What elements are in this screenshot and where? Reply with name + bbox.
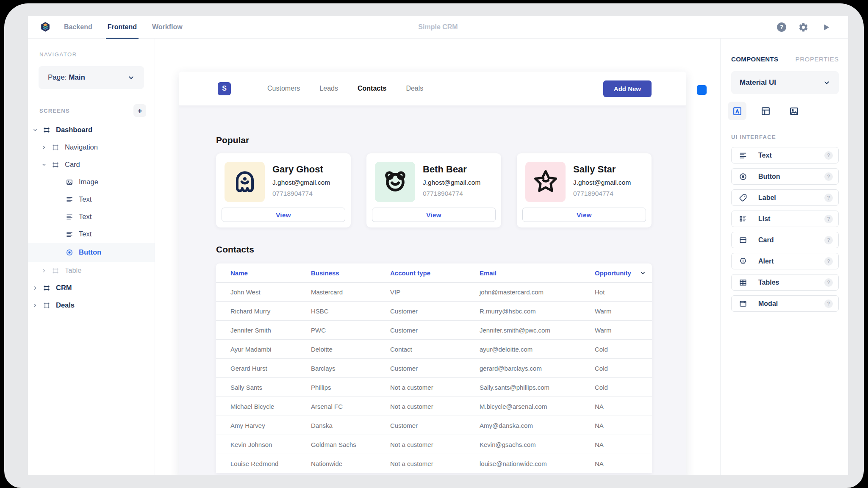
tables-icon — [739, 278, 747, 287]
help-circle-icon[interactable]: ? — [824, 172, 833, 181]
contact-email: J.ghost@gmail.com — [272, 179, 330, 186]
table-body: John WestMastercardVIPjohn@mastercard.co… — [216, 283, 652, 473]
tree-item-card[interactable]: Card — [28, 156, 155, 173]
tree-item-label: Text — [79, 213, 92, 221]
app-window: BackendFrontendWorkflow Simple CRM ? NAV… — [28, 16, 848, 475]
tree-item-label: Text — [79, 195, 92, 203]
tree-item-crm[interactable]: CRM — [28, 279, 155, 297]
cell-name: Richard Murry — [230, 308, 311, 315]
table-row[interactable]: Sally SantsPhillipsNot a customerSally.s… — [216, 378, 652, 397]
panel-tab-components[interactable]: COMPONENTS — [731, 55, 779, 63]
popular-heading: Popular — [216, 135, 652, 145]
tree-item-table[interactable]: Table — [28, 262, 155, 279]
help-circle-icon[interactable]: ? — [824, 215, 833, 223]
crm-tab-customers[interactable]: Customers — [267, 85, 300, 92]
chevron-down-icon — [128, 74, 135, 81]
tree-item-navigation[interactable]: Navigation — [28, 139, 155, 156]
image-category-icon[interactable] — [785, 102, 803, 120]
component-item-tables[interactable]: Tables? — [731, 274, 839, 291]
column-header-business[interactable]: Business — [311, 269, 390, 277]
column-header-label: Opportunity — [595, 269, 631, 277]
table-row[interactable]: Jennifer SmithPWCCustomerJennifer.smith@… — [216, 321, 652, 340]
tree-item-dashboard[interactable]: Dashboard — [28, 121, 155, 139]
cell-email: Sally.sants@phillips.com — [480, 384, 595, 391]
crm-tab-contacts[interactable]: Contacts — [358, 85, 386, 92]
tree-item-text[interactable]: Text — [28, 208, 155, 225]
view-button[interactable]: View — [522, 208, 646, 222]
help-circle-icon[interactable]: ? — [824, 194, 833, 202]
run-icon[interactable] — [821, 22, 831, 33]
frame-icon — [43, 284, 50, 292]
component-item-modal[interactable]: Modal? — [731, 295, 839, 312]
app-logo-icon[interactable] — [39, 21, 51, 33]
component-item-alert[interactable]: Alert? — [731, 253, 839, 269]
layout-category-icon[interactable] — [756, 102, 775, 120]
column-header-name[interactable]: Name — [230, 269, 311, 277]
cell-opportunity: Warm — [595, 327, 652, 334]
mode-tab-backend[interactable]: Backend — [64, 16, 92, 39]
component-item-label[interactable]: Label? — [731, 189, 839, 206]
design-canvas[interactable]: S CustomersLeadsContactsDeals Add New Po… — [155, 39, 720, 475]
column-header-email[interactable]: Email — [480, 269, 595, 277]
crm-tab-deals[interactable]: Deals — [406, 85, 423, 92]
settings-icon[interactable] — [798, 22, 809, 33]
cell-account-type: Not a customer — [390, 403, 480, 410]
table-row[interactable]: Louise RedmondNationwideNot a customerlo… — [216, 454, 652, 473]
component-item-text[interactable]: Text? — [731, 147, 839, 164]
button-icon — [739, 172, 747, 181]
add-new-button[interactable]: Add New — [603, 80, 652, 97]
column-header-label: Business — [311, 269, 339, 277]
library-selector[interactable]: Material UI — [731, 71, 839, 94]
tree-item-image[interactable]: Image — [28, 173, 155, 191]
table-row[interactable]: John WestMastercardVIPjohn@mastercard.co… — [216, 283, 652, 302]
chevron-down-icon — [42, 162, 47, 167]
table-row[interactable]: Richard MurryHSBCCustomerR.murry@hsbc.co… — [216, 302, 652, 321]
text-category-icon[interactable] — [728, 102, 746, 120]
avatar — [375, 162, 415, 202]
cell-business: Barclays — [311, 365, 390, 372]
view-button[interactable]: View — [372, 208, 496, 222]
help-circle-icon[interactable]: ? — [824, 236, 833, 244]
table-row[interactable]: Gerard HurstBarclaysCustomergerard@barcl… — [216, 359, 652, 378]
ui-interface-title: UI INTERFACE — [731, 134, 839, 140]
table-row[interactable]: Ayur MadambiDeloitteContactayur@deloitte… — [216, 340, 652, 359]
help-icon[interactable]: ? — [777, 22, 786, 32]
cell-email: ayur@deloitte.com — [480, 346, 595, 353]
column-header-opportunity[interactable]: Opportunity — [595, 269, 652, 277]
chevron-down-icon — [823, 79, 830, 86]
table-row[interactable]: Amy HarveyDanskaCustomerAmy@danska.comNA — [216, 416, 652, 435]
mode-tab-frontend[interactable]: Frontend — [108, 16, 137, 39]
tree-item-button[interactable]: Button — [28, 243, 155, 262]
help-circle-icon[interactable]: ? — [824, 151, 833, 160]
crm-tab-leads[interactable]: Leads — [319, 85, 338, 92]
page-selector[interactable]: Page: Main — [39, 66, 144, 89]
help-circle-icon[interactable]: ? — [824, 299, 833, 308]
text-icon — [739, 151, 747, 160]
navigator-panel: NAVIGATOR Page: Main SCREENS + Dashboard… — [28, 39, 155, 475]
contacts-table: NameBusinessAccount typeEmailOpportunity… — [216, 263, 652, 473]
tree-item-text[interactable]: Text — [28, 191, 155, 208]
cell-opportunity: Cold — [595, 384, 652, 391]
table-row[interactable]: Kevin JohnsonGoldman SachsNot a customer… — [216, 435, 652, 454]
add-screen-button[interactable]: + — [133, 104, 146, 117]
top-bar: BackendFrontendWorkflow Simple CRM ? — [28, 16, 848, 39]
component-item-button[interactable]: Button? — [731, 168, 839, 185]
mode-tab-workflow[interactable]: Workflow — [152, 16, 183, 39]
cell-email: Amy@danska.com — [480, 422, 595, 429]
tree-item-deals[interactable]: Deals — [28, 297, 155, 314]
panel-tab-properties[interactable]: PROPERTIES — [796, 55, 839, 63]
help-circle-icon[interactable]: ? — [824, 278, 833, 287]
component-item-card[interactable]: Card? — [731, 232, 839, 248]
column-header-label: Account type — [390, 269, 430, 277]
tree-item-text[interactable]: Text — [28, 225, 155, 243]
cell-opportunity: Cold — [595, 365, 652, 372]
column-header-account-type[interactable]: Account type — [390, 269, 480, 277]
table-row[interactable]: Michael BicycleArsenal FCNot a customerM… — [216, 397, 652, 416]
help-circle-icon[interactable]: ? — [824, 257, 833, 266]
contacts-heading: Contacts — [216, 244, 652, 255]
component-item-list[interactable]: List? — [731, 211, 839, 227]
view-button[interactable]: View — [222, 208, 345, 222]
crm-logo[interactable]: S — [218, 82, 231, 95]
tree-item-label: Dashboard — [56, 126, 92, 134]
selection-handle[interactable] — [697, 85, 707, 95]
